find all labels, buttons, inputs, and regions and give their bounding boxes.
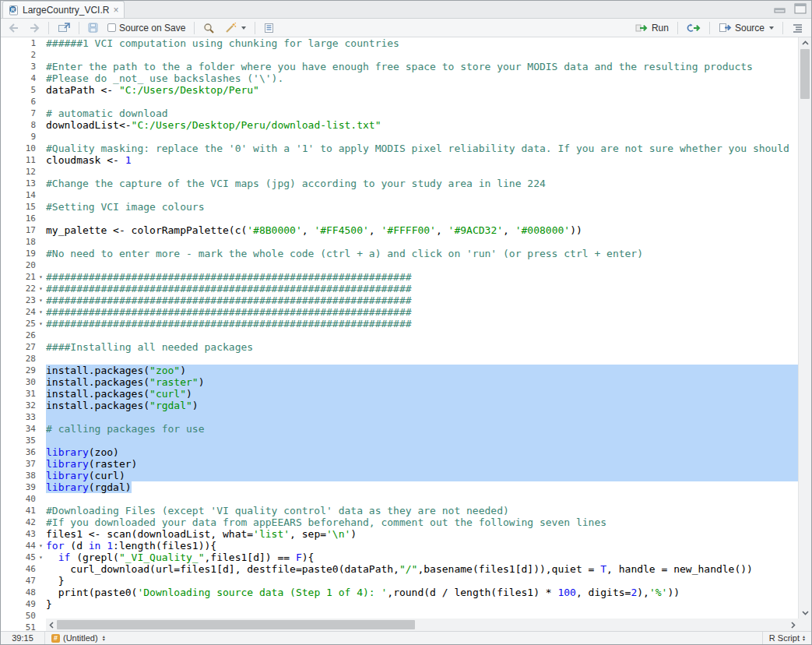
code-line[interactable]: 38library(curl)	[1, 470, 798, 481]
maximize-pane-icon[interactable]	[794, 3, 807, 14]
code-text[interactable]: ########################################…	[46, 318, 798, 330]
code-text[interactable]: files1 <- scan(downloadList, what='list'…	[46, 528, 798, 540]
compile-report-button[interactable]	[261, 21, 277, 35]
code-line[interactable]: 37library(raster)	[1, 458, 798, 470]
code-text[interactable]: my_palette <- colorRampPalette(c('#8B000…	[46, 224, 798, 236]
run-button[interactable]: Run	[632, 21, 672, 35]
code-text[interactable]	[46, 189, 798, 201]
code-text[interactable]: #Setting VCI image colours	[46, 201, 798, 213]
source-button[interactable]: Source	[715, 21, 777, 35]
code-text[interactable]: install.packages("raster")	[46, 376, 798, 388]
scroll-down-icon[interactable]	[799, 608, 811, 619]
code-text[interactable]	[46, 49, 798, 61]
code-line[interactable]: 18	[1, 236, 798, 248]
scroll-left-icon[interactable]	[46, 619, 56, 631]
code-line[interactable]: 24▾#####################################…	[1, 306, 798, 318]
code-line[interactable]: 9	[1, 131, 798, 143]
source-on-save-checkbox[interactable]: Source on Save	[104, 21, 188, 35]
code-line[interactable]: 27####Installing all needed packages	[1, 341, 798, 353]
tab-close-icon[interactable]: ×	[113, 6, 118, 14]
jump-label[interactable]: (Untitled)	[63, 633, 98, 643]
minimize-pane-icon[interactable]	[774, 4, 786, 13]
code-line[interactable]: 29install.packages("zoo")	[1, 365, 798, 376]
code-text[interactable]: if (grepl("_VI_Quality_",files1[d]) == F…	[46, 552, 798, 563]
code-line[interactable]: 28	[1, 353, 798, 365]
code-line[interactable]: 44▾for (d in 1:length(files1)){	[1, 540, 798, 552]
code-line[interactable]: 42#If you downloaded your data from appE…	[1, 516, 798, 528]
code-text[interactable]	[46, 236, 798, 248]
code-text[interactable]: ########################################…	[46, 271, 798, 283]
code-line[interactable]: 49}	[1, 598, 798, 610]
code-line[interactable]: 32install.packages("rgdal")	[1, 400, 798, 411]
code-line[interactable]: 47 }	[1, 575, 798, 587]
code-line[interactable]: 33	[1, 411, 798, 423]
code-text[interactable]: }	[46, 575, 798, 587]
code-line[interactable]: 10#Quality masking: replace the '0' with…	[1, 143, 798, 154]
forward-button[interactable]	[26, 22, 43, 34]
code-line[interactable]: 17my_palette <- colorRampPalette(c('#8B0…	[1, 224, 798, 236]
code-line[interactable]: 25▾#####################################…	[1, 318, 798, 330]
code-text[interactable]	[46, 411, 798, 423]
code-text[interactable]: #Enter the path to the a folder where yo…	[46, 61, 798, 72]
code-text[interactable]	[46, 435, 798, 446]
code-line[interactable]: 14	[1, 189, 798, 201]
fold-arrow-icon[interactable]: ▾	[36, 294, 46, 306]
code-tools-button[interactable]	[221, 21, 249, 35]
scroll-up-icon[interactable]	[799, 37, 811, 48]
code-text[interactable]	[46, 96, 798, 108]
code-line[interactable]: 1######1 VCI computation using chunking …	[1, 37, 798, 49]
code-text[interactable]: #No need to enter more - mark the whole …	[46, 248, 798, 259]
file-type-label[interactable]: R Script	[769, 633, 800, 643]
code-line[interactable]: 6	[1, 96, 798, 108]
code-line[interactable]: 21▾#####################################…	[1, 271, 798, 283]
code-line[interactable]: 16	[1, 213, 798, 224]
fold-arrow-icon[interactable]: ▾	[36, 306, 46, 318]
code-editor[interactable]: 1######1 VCI computation using chunking …	[1, 37, 811, 631]
code-line[interactable]: 35	[1, 435, 798, 446]
code-text[interactable]: library(curl)	[46, 470, 798, 481]
code-line[interactable]: 39library(rgdal)	[1, 481, 798, 493]
code-line[interactable]: 12	[1, 166, 798, 178]
file-type-selector[interactable]: R Script ▴▾	[762, 632, 811, 644]
scroll-right-icon[interactable]	[788, 619, 798, 631]
jump-to-menu[interactable]: # (Untitled) ▴▾	[45, 633, 111, 643]
code-line[interactable]: 2	[1, 49, 798, 61]
find-replace-button[interactable]	[200, 21, 218, 35]
checkbox-icon[interactable]	[107, 23, 116, 32]
code-line[interactable]: 7# automatic download	[1, 108, 798, 119]
back-button[interactable]	[5, 22, 23, 34]
code-text[interactable]: ######1 VCI computation using chunking f…	[46, 37, 798, 49]
code-text[interactable]	[46, 166, 798, 178]
fold-arrow-icon[interactable]: ▾	[36, 271, 46, 283]
code-text[interactable]: curl_download(url=files1[d], destfile=pa…	[46, 563, 798, 575]
code-text[interactable]: #Please do _not_ use backslashes ('\').	[46, 72, 798, 84]
code-line[interactable]: 20	[1, 259, 798, 271]
code-text[interactable]: # calling packages for use	[46, 423, 798, 435]
code-text[interactable]	[46, 213, 798, 224]
code-line[interactable]: 5dataPath <- "C:/Users/Desktop/Peru"	[1, 84, 798, 96]
code-text[interactable]: install.packages("zoo")	[46, 365, 798, 376]
code-text[interactable]: for (d in 1:length(files1)){	[46, 540, 798, 552]
code-line[interactable]: 13#Change the capture of the VCI maps (j…	[1, 178, 798, 189]
code-line[interactable]: 40	[1, 493, 798, 505]
code-text[interactable]: ########################################…	[46, 306, 798, 318]
code-line[interactable]: 3#Enter the path to the a folder where y…	[1, 61, 798, 72]
fold-arrow-icon[interactable]: ▾	[36, 283, 46, 294]
code-line[interactable]: 34# calling packages for use	[1, 423, 798, 435]
code-text[interactable]: #Downloading Files (except 'VI quality c…	[46, 505, 798, 516]
code-text[interactable]: #Quality masking: replace the '0' with a…	[46, 143, 798, 154]
source-on-save-label[interactable]: Source on Save	[119, 23, 185, 33]
horizontal-scroll-thumb[interactable]	[57, 620, 415, 629]
code-text[interactable]: #Change the capture of the VCI maps (jpg…	[46, 178, 798, 189]
document-outline-button[interactable]	[789, 22, 807, 34]
code-text[interactable]: dataPath <- "C:/Users/Desktop/Peru"	[46, 84, 798, 96]
code-line[interactable]: 45▾ if (grepl("_VI_Quality_",files1[d]) …	[1, 552, 798, 563]
code-text[interactable]: library(rgdal)	[46, 481, 798, 493]
code-text[interactable]	[46, 330, 798, 341]
code-line[interactable]: 48 print(paste0('Downloading source data…	[1, 587, 798, 598]
code-line[interactable]: 11cloudmask <- 1	[1, 154, 798, 166]
vertical-scrollbar[interactable]	[798, 37, 811, 619]
horizontal-scrollbar[interactable]	[46, 619, 798, 631]
code-text[interactable]: print(paste0('Downloading source data (S…	[46, 587, 798, 598]
code-text[interactable]	[46, 493, 798, 505]
